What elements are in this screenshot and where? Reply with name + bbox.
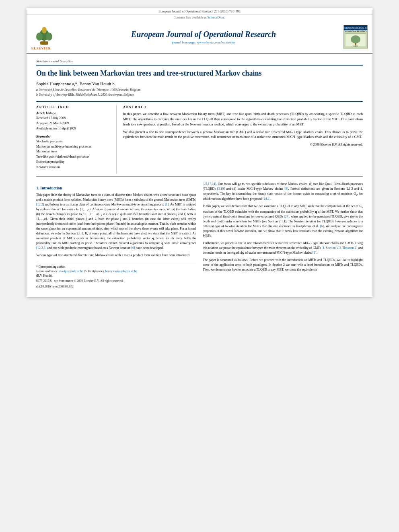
svg-point-4 [42, 27, 47, 33]
svg-point-2 [36, 33, 43, 41]
right-body-text: [25,17,24]. Our focus will go to two spe… [203, 182, 363, 272]
article-info-heading: ARTICLE INFO [36, 105, 111, 109]
svg-rect-5 [40, 41, 48, 45]
right-para-1: In this paper, we will demonstrate that … [203, 204, 363, 238]
email-note: E-mail addresses: shautphe@ulb.ac.be (S.… [36, 269, 196, 273]
journal-title-area: European Journal of Operational Research… [68, 30, 339, 44]
info-abstract-section: ARTICLE INFO Article history: Received 1… [36, 101, 363, 177]
col-right: [25,17,24]. Our focus will go to two spe… [203, 182, 363, 289]
svg-point-12 [351, 35, 360, 43]
left-para-0: This paper links the theory of Markovian… [36, 193, 196, 251]
right-para-2: Furthermore, we present a one-to-one rel… [203, 241, 363, 255]
right-para-3: The paper is structured as follows. Befo… [203, 258, 363, 272]
contents-note: Contents lists available at [174, 16, 207, 19]
svg-point-3 [46, 33, 52, 41]
keyword-2: Markovian trees [36, 149, 111, 154]
divider-line [36, 65, 363, 66]
elsevier-logo: ELSEVIER [31, 24, 68, 50]
keywords-list: Stochastic processes Markovian multi-typ… [36, 139, 111, 170]
left-para-1: Various types of tree-structured discret… [36, 253, 196, 258]
journal-name: European Journal of Operational Research [68, 30, 339, 39]
doi-line: doi:10.1016/j.ejor.2009.03.052 [36, 284, 196, 289]
abstract-section: ABSTRACT In this paper, we describe a li… [123, 105, 363, 173]
email2-name: (B.V. Houdt). [36, 273, 196, 278]
email1-name: (S. Hautphenne), [84, 269, 104, 273]
journal-logo-right: EUROPEAN JOURNAL OF OPERATIONAL RESEARCH… [339, 25, 368, 49]
authors-text: Sophie Hautphenne a,*, Benny Van Houdt b [36, 81, 115, 86]
article-history: Article history: Received 17 July 2008 A… [36, 111, 111, 131]
elsevier-brand: ELSEVIER [31, 47, 68, 50]
abstract-para-1: We also present a one-to-one corresponde… [123, 129, 363, 140]
svg-text:EJOR: EJOR [354, 45, 358, 47]
affiliation-b: b University of Antwerp-IBBt, Middelheim… [36, 92, 363, 97]
keyword-3: Tree-like quasi-birth-and-death processe… [36, 154, 111, 160]
received-date: Received 17 July 2008 Accepted 28 March … [36, 116, 111, 131]
top-bar: European Journal of Operational Research… [27, 8, 372, 14]
article-info: ARTICLE INFO Article history: Received 1… [36, 105, 117, 173]
ejor-logo: EUROPEAN JOURNAL OF OPERATIONAL RESEARCH… [343, 25, 368, 49]
page: European Journal of Operational Research… [27, 8, 372, 297]
affiliations: a Université Libre de Bruxelles, Bouleva… [36, 88, 363, 97]
journal-homepage: journal homepage: www.elsevier.com/locat… [68, 41, 339, 44]
authors-line: Sophie Hautphenne a,*, Benny Van Houdt b [36, 81, 363, 86]
article-body: Stochastics and Statistics On the link b… [27, 54, 372, 297]
keywords-section: Keywords: Stochastic processes Markovian… [36, 135, 111, 170]
section-label: Stochastics and Statistics [36, 59, 363, 63]
abstract-text: In this paper, we describe a link betwee… [123, 111, 363, 140]
article-title: On the link between Markovian trees and … [36, 69, 363, 78]
right-para-0: [25,17,24]. Our focus will go to two spe… [203, 182, 363, 202]
svg-text:OPERATIONAL RESEARCH: OPERATIONAL RESEARCH [344, 31, 367, 33]
sciencedirect-link[interactable]: ScienceDirect [208, 16, 226, 19]
email1[interactable]: shautphe@ulb.ac.be [59, 269, 83, 273]
main-text: 1. Introduction This paper links the the… [36, 182, 363, 289]
meta-ref: European Journal of Operational Research… [158, 10, 240, 13]
abstract-heading: ABSTRACT [123, 105, 363, 109]
affiliation-a: a Université Libre de Bruxelles, Bouleva… [36, 88, 363, 92]
corresponding-note: * Corresponding author. [36, 265, 196, 269]
keywords-label: Keywords: [36, 135, 111, 138]
keyword-1: Markovian multi-type branching processes [36, 144, 111, 150]
left-body-text: This paper links the theory of Markovian… [36, 193, 196, 258]
section1-title: 1. Introduction [36, 186, 196, 190]
history-label: Article history: [36, 111, 111, 115]
col-left: 1. Introduction This paper links the the… [36, 182, 196, 289]
footnote-area: * Corresponding author. E-mail addresses… [36, 262, 196, 289]
copyright-line: 0377-2217/$ - see front matter © 2009 El… [36, 279, 196, 283]
header-main: ELSEVIER European Journal of Operational… [27, 21, 372, 53]
svg-text:EUROPEAN JOURNAL OF: EUROPEAN JOURNAL OF [344, 27, 367, 29]
abstract-para-0: In this paper, we describe a link betwee… [123, 111, 363, 127]
homepage-label: journal homepage: [172, 41, 196, 44]
abstract-copyright: © 2009 Elsevier B.V. All rights reserved… [123, 143, 363, 146]
keyword-0: Stochastic processes [36, 139, 111, 144]
keyword-4: Extinction probability [36, 160, 111, 165]
journal-header: European Journal of Operational Research… [27, 8, 372, 54]
email2[interactable]: benny.vanhoudt@ua.ac.be [105, 269, 137, 273]
keyword-5: Newton's iteration [36, 165, 111, 170]
homepage-url[interactable]: www.elsevier.com/locate/ejor [197, 41, 235, 44]
